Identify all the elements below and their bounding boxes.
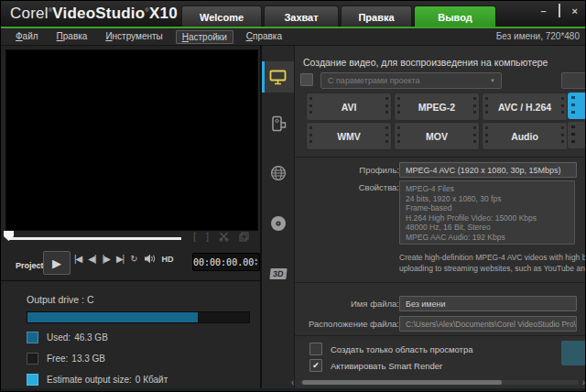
format-mpeg2-button[interactable]: MPEG-2 <box>394 93 480 121</box>
menubar: Файл Правка Инструменты Настройки Справк… <box>1 28 586 46</box>
enlarge-preview-icon[interactable] <box>239 232 249 242</box>
free-swatch <box>27 353 38 365</box>
smart-render-checkbox[interactable]: ✔ <box>309 359 322 372</box>
file-location-input[interactable]: C:\Users\Alex\Documents\Corel VideoStudi… <box>399 316 577 332</box>
mobile-device-icon <box>270 115 287 132</box>
menu-edit[interactable]: Правка <box>51 30 93 44</box>
timecode-spinner[interactable]: ▲ ▼ <box>254 257 258 267</box>
maximize-icon <box>559 4 560 17</box>
category-web[interactable] <box>262 159 294 187</box>
volume-icon[interactable] <box>144 254 156 264</box>
maximize-button[interactable] <box>559 6 560 16</box>
category-computer[interactable] <box>262 61 294 93</box>
menu-items: Файл Правка Инструменты Настройки Справк… <box>1 30 288 44</box>
share-section-title: Создание видео, для воспроизведения на к… <box>303 57 548 68</box>
disc-icon <box>270 215 287 232</box>
format-partial-strip[interactable] <box>568 122 586 148</box>
scrollbar-track[interactable] <box>300 380 579 385</box>
tab-share-active[interactable]: Вывод <box>414 5 496 27</box>
close-button[interactable]: × <box>572 6 578 16</box>
titlebar: Corel®VideoStudio®X10 Welcome Захват Пра… <box>1 1 586 27</box>
project-mode-label: Project <box>16 261 44 270</box>
app-window: Corel®VideoStudio®X10 Welcome Захват Пра… <box>0 0 586 392</box>
preview-panel: [ ] Project ▶ |◀ ◀| |▶ ▶| ↻ HD 00:00:00.… <box>1 46 260 392</box>
3d-icon: 3D <box>269 268 287 279</box>
tab-edit[interactable]: Правка <box>341 5 412 27</box>
app-logo: Corel®VideoStudio®X10 <box>10 5 178 23</box>
tab-welcome[interactable]: Welcome <box>181 5 262 27</box>
file-name-label: Имя файла: <box>300 299 399 309</box>
category-disc[interactable] <box>262 210 294 237</box>
next-frame-icon[interactable]: |▶ <box>103 254 110 264</box>
go-home-icon[interactable]: |◀ <box>74 254 81 264</box>
format-mov-button[interactable]: MOV <box>394 122 480 150</box>
project-settings-checkbox[interactable] <box>300 73 313 86</box>
output-drive-title: Output drive : C <box>27 294 94 305</box>
option-preview-range: Создать только область просмотра <box>309 343 473 355</box>
tab-capture[interactable]: Захват <box>264 5 339 27</box>
format-avi-button[interactable]: AVI <box>306 93 392 121</box>
mark-in-icon[interactable]: [ <box>193 231 196 242</box>
timecode-value[interactable]: 00:00:00.00 <box>193 257 254 267</box>
legend-estimate: Estimate output size:0 Кбайт <box>27 374 168 386</box>
format-selected-strip[interactable] <box>568 93 586 119</box>
scrollbar-thumb[interactable] <box>302 380 502 385</box>
option-smart-render: ✔ Активировать Smart Render <box>309 359 442 372</box>
scroll-right-icon[interactable]: › <box>582 377 585 388</box>
computer-icon <box>269 70 287 85</box>
profile-dropdown[interactable]: MPEG-4 AVC (1920 x 1080, 30p, 15Mbps) <box>399 162 577 178</box>
menu-help[interactable]: Справка <box>241 30 288 44</box>
prev-frame-icon[interactable]: ◀| <box>88 254 95 264</box>
play-button[interactable]: ▶ <box>43 251 71 275</box>
scroll-left-icon[interactable]: ‹ <box>291 377 294 388</box>
mark-out-icon[interactable]: ] <box>206 231 209 242</box>
used-swatch <box>27 332 38 343</box>
step-tabs: Welcome Захват Правка Вывод <box>181 5 496 27</box>
spin-down-icon[interactable]: ▼ <box>254 262 258 267</box>
share-category-rail: 3D <box>262 46 295 392</box>
menu-tools[interactable]: Инструменты <box>100 30 168 44</box>
project-settings-dropdown[interactable]: С параметрами проекта ▼ <box>320 72 502 89</box>
format-wmv-button[interactable]: WMV <box>306 122 392 150</box>
cut-icon[interactable] <box>219 232 229 242</box>
window-controls: – × <box>540 6 578 16</box>
format-avc-button[interactable]: AVC / H.264 <box>482 93 568 121</box>
output-drive-panel: Output drive : C Used:46.3 GB Free:13.3 … <box>1 281 260 392</box>
transport-icons: |◀ ◀| |▶ ▶| ↻ HD <box>74 254 174 264</box>
divider <box>295 335 586 336</box>
minimize-button[interactable]: – <box>540 6 546 16</box>
properties-box: MPEG-4 Files 24 bits, 1920 x 1080, 30 fp… <box>399 180 575 245</box>
properties-label: Свойства: <box>300 182 399 192</box>
logo-product: VideoStudio <box>52 5 145 22</box>
file-name-input[interactable]: Без имени <box>399 296 577 311</box>
legend-used: Used:46.3 GB <box>27 332 108 343</box>
hd-toggle[interactable]: HD <box>162 255 174 264</box>
trim-controls: [ ] <box>193 231 249 242</box>
share-panel: 3D Создание видео, для воспроизведения н… <box>262 46 586 392</box>
profile-label: Профиль: <box>300 165 399 175</box>
dropdown-value: С параметрами проекта <box>321 76 490 85</box>
horizontal-scrollbar: ‹ › <box>295 377 586 388</box>
format-description: Create high-definition MPEG-4 AVC videos… <box>399 253 586 274</box>
menu-settings[interactable]: Настройки <box>176 30 233 44</box>
menu-file[interactable]: Файл <box>10 30 44 44</box>
disk-used-fill <box>27 312 198 322</box>
transport-bar: Project ▶ |◀ ◀| |▶ ▶| ↻ HD 00:00:00.00 ▲… <box>1 249 260 275</box>
chevron-down-icon: ▼ <box>490 78 501 83</box>
logo-version: X10 <box>149 5 178 22</box>
format-audio-button[interactable]: Audio <box>482 122 568 150</box>
file-location-label: Расположение файла: <box>282 319 399 329</box>
legend-free: Free:13.3 GB <box>27 353 105 365</box>
go-end-icon[interactable]: ▶| <box>116 254 124 264</box>
scrubber-track[interactable] <box>8 237 181 240</box>
partial-button[interactable] <box>561 72 586 89</box>
category-device[interactable] <box>262 110 294 137</box>
project-mode-tick <box>36 265 42 266</box>
project-info: Без имени, 720*480 <box>496 31 580 41</box>
timecode-box[interactable]: 00:00:00.00 ▲ ▼ <box>192 253 260 271</box>
preview-range-checkbox[interactable] <box>309 343 322 355</box>
repeat-icon[interactable]: ↻ <box>130 254 136 264</box>
category-3d[interactable]: 3D <box>262 260 294 288</box>
estimate-swatch <box>27 374 38 386</box>
partial-action-button[interactable] <box>561 341 586 365</box>
